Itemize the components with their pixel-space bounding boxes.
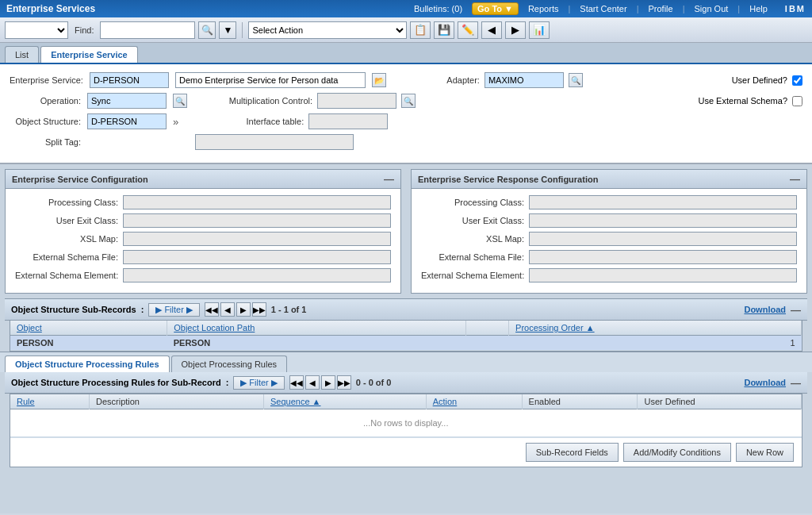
sub-records-filter-button[interactable]: ▶ Filter ▶	[148, 303, 199, 317]
desc-lookup-button[interactable]: 📂	[372, 73, 386, 87]
sub-records-table: Object Object Location Path Processing O…	[10, 321, 802, 351]
processing-rules-collapse-button[interactable]: —	[791, 377, 801, 389]
col-empty	[466, 321, 509, 336]
help-link[interactable]: Help	[749, 4, 768, 13]
nav-last-button[interactable]: ▶▶	[252, 302, 266, 317]
processing-rules-title: Object Structure Processing Rules for Su…	[11, 378, 221, 387]
user-defined-checkbox[interactable]	[792, 75, 802, 86]
ext-schema-elem-input-left[interactable]	[123, 268, 391, 282]
use-external-schema-checkbox[interactable]	[792, 96, 802, 106]
collapse-right-button[interactable]: —	[790, 173, 800, 185]
app-title: Enterprise Services	[6, 3, 95, 14]
object-structure-label: Object Structure:	[10, 117, 81, 126]
sub-records-header: Object Structure Sub-Records : ▶ Filter …	[5, 298, 807, 321]
form-row-split-tag: Split Tag:	[10, 134, 802, 150]
nav-next-button[interactable]: ▶	[236, 302, 251, 317]
multiplication-label: Multiplication Control:	[209, 96, 312, 106]
select-action-dropdown[interactable]: Select Action	[248, 21, 407, 39]
processing-rules-filter-button[interactable]: ▶ Filter ▶	[233, 376, 284, 390]
sub-record-fields-button[interactable]: Sub-Record Fields	[526, 443, 619, 462]
operation-lookup-button[interactable]: 🔍	[173, 94, 187, 108]
sub-records-download-link[interactable]: Download	[744, 305, 786, 314]
processing-class-row-right: Processing Class:	[421, 195, 797, 209]
processing-rules-table: Rule Description Sequence ▲ Action Enabl…	[10, 394, 802, 437]
search-button[interactable]: 🔍	[198, 21, 216, 39]
reports-link[interactable]: Reports	[528, 4, 559, 13]
forward-button[interactable]: ▶	[505, 21, 526, 39]
tab-object-processing-rules[interactable]: Object Processing Rules	[171, 356, 287, 372]
new-row-button[interactable]: New Row	[736, 443, 794, 462]
pr-col-rule[interactable]: Rule	[10, 394, 89, 409]
table-row[interactable]: PERSON PERSON 1	[10, 336, 802, 351]
processing-class-input-left[interactable]	[123, 195, 391, 209]
col-object[interactable]: Object	[10, 321, 167, 336]
dashboard-button[interactable]: 📊	[529, 21, 550, 39]
edit-button[interactable]: ✏️	[458, 21, 478, 39]
tab-list[interactable]: List	[5, 46, 39, 63]
back-button[interactable]: ◀	[481, 21, 502, 39]
filter-dropdown-button[interactable]: ▼	[219, 21, 236, 39]
no-rows-cell: ...No rows to display...	[10, 409, 802, 437]
toolbar-select[interactable]	[5, 21, 68, 39]
processing-rules-header: Object Structure Processing Rules for Su…	[5, 372, 807, 394]
copy-button[interactable]: 📋	[410, 21, 431, 39]
user-exit-class-input-left[interactable]	[123, 213, 391, 228]
multiplication-lookup-button[interactable]: 🔍	[401, 94, 416, 108]
start-center-link[interactable]: Start Center	[580, 4, 626, 13]
pr-col-sequence[interactable]: Sequence ▲	[263, 394, 426, 409]
nav-first-button[interactable]: ◀◀	[205, 302, 219, 317]
ext-schema-elem-input-right[interactable]	[529, 268, 797, 282]
save-button[interactable]: 💾	[434, 21, 454, 39]
find-label: Find:	[75, 25, 94, 35]
multiplication-input[interactable]	[317, 93, 396, 109]
processing-class-input-right[interactable]	[529, 195, 797, 209]
pr-nav-prev-button[interactable]: ◀	[305, 375, 320, 390]
cell-extra	[466, 336, 509, 351]
split-tag-input[interactable]	[195, 134, 354, 150]
ext-schema-file-input-right[interactable]	[529, 250, 797, 264]
collapse-left-button[interactable]: —	[384, 173, 394, 185]
goto-button[interactable]: Go To ▼	[472, 2, 519, 15]
adapter-lookup-button[interactable]: 🔍	[569, 73, 583, 87]
form-area: Enterprise Service: 📂 Adapter: 🔍 User De…	[0, 64, 812, 163]
processing-rules-nav: ◀◀ ◀ ▶ ▶▶	[289, 375, 351, 390]
tab-object-structure-processing-rules[interactable]: Object Structure Processing Rules	[5, 356, 170, 372]
col-processing-order[interactable]: Processing Order ▲	[509, 321, 802, 336]
xsl-map-input-left[interactable]	[123, 232, 391, 246]
interface-table-input[interactable]	[308, 113, 388, 129]
pr-nav-first-button[interactable]: ◀◀	[289, 375, 304, 390]
ext-schema-elem-row-left: External Schema Element:	[15, 268, 391, 282]
col-location-path[interactable]: Object Location Path	[167, 321, 466, 336]
user-exit-class-row-left: User Exit Class:	[15, 213, 391, 228]
user-exit-class-row-right: User Exit Class:	[421, 213, 797, 228]
use-external-schema-label: Use External Schema?	[699, 96, 788, 106]
sub-records-collapse-button[interactable]: —	[791, 304, 801, 316]
config-right-header: Enterprise Service Response Configuratio…	[412, 170, 806, 189]
tab-enterprise-service[interactable]: Enterprise Service	[40, 46, 138, 63]
pr-col-action[interactable]: Action	[426, 394, 522, 409]
operation-input[interactable]	[87, 93, 167, 109]
sub-records-separator: :	[141, 305, 144, 314]
adapter-input[interactable]	[485, 72, 564, 88]
toolbar: Find: 🔍 ▼ Select Action 📋 💾 ✏️ ◀ ▶ 📊	[0, 17, 812, 43]
double-arrow-icon[interactable]: »	[173, 116, 178, 128]
profile-link[interactable]: Profile	[648, 4, 672, 13]
object-structure-input[interactable]	[87, 113, 167, 129]
description-input[interactable]	[175, 72, 366, 88]
sub-records-nav: ◀◀ ◀ ▶ ▶▶	[205, 302, 266, 317]
pr-nav-next-button[interactable]: ▶	[321, 375, 335, 390]
enterprise-service-input[interactable]	[90, 72, 169, 88]
nav-prev-button[interactable]: ◀	[220, 302, 235, 317]
sign-out-link[interactable]: Sign Out	[695, 4, 729, 13]
pr-nav-last-button[interactable]: ▶▶	[337, 375, 351, 390]
ext-schema-file-input-left[interactable]	[123, 250, 391, 264]
form-row-enterprise: Enterprise Service: 📂 Adapter: 🔍 User De…	[10, 72, 802, 88]
user-exit-class-input-right[interactable]	[529, 213, 797, 228]
xsl-map-input-right[interactable]	[529, 232, 797, 246]
search-input[interactable]	[100, 21, 195, 39]
processing-rules-table-container: Rule Description Sequence ▲ Action Enabl…	[10, 394, 802, 467]
processing-rules-download-link[interactable]: Download	[744, 378, 786, 387]
add-modify-conditions-button[interactable]: Add/Modify Conditions	[623, 443, 731, 462]
ext-schema-file-row-left: External Schema File:	[15, 250, 391, 264]
bulletins: Bulletins: (0)	[414, 4, 462, 13]
